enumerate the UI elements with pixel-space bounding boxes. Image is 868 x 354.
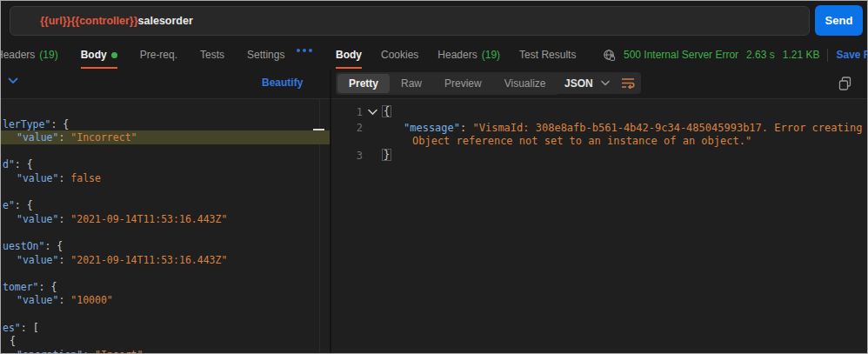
response-json-line-wrap: Object reference not set to an instance … (412, 135, 751, 148)
tab-count: (19) (39, 49, 57, 61)
response-tabs: BodyCookiesHeaders(19)Test Results (336, 41, 576, 69)
editor-line: "value": "Incorrect" (1, 130, 330, 144)
response-body-viewer[interactable]: 1 { 2 "message": "VismaId: 308e8afb-b561… (331, 99, 867, 354)
app-window: {{url}}{{controller}}salesorder Send Hea… (0, 0, 868, 354)
meta-divider (827, 49, 828, 62)
request-tab-headers[interactable]: Headers(19) (0, 41, 58, 69)
tab-label: Body (81, 49, 107, 61)
response-size[interactable]: 1.21 KB (783, 49, 820, 61)
chevron-down-icon[interactable] (8, 77, 18, 84)
editor-line: e": { (1, 198, 330, 212)
response-json-line: "message": "VismaId: 308e8afb-b561-4b42-… (404, 122, 868, 135)
line-number: 3 (338, 150, 363, 163)
chevron-down-icon (601, 80, 610, 86)
url-bar-row: {{url}}{{controller}}salesorder Send (1, 1, 867, 41)
request-tab-body[interactable]: Body (81, 41, 117, 69)
response-tab-test-results[interactable]: Test Results (519, 41, 576, 69)
format-dropdown-value: JSON (564, 77, 593, 90)
copy-response-button[interactable] (834, 74, 855, 93)
response-view-switch: PrettyRawPreviewVisualize (336, 72, 559, 95)
url-input[interactable]: {{url}}{{controller}}salesorder (10, 6, 810, 36)
editor-line: "value": "2021-09-14T11:53:16.443Z" (1, 212, 330, 226)
content-area: lerType": {"value": "Incorrect"d": {"val… (1, 98, 867, 354)
wrap-text-button[interactable] (615, 72, 641, 94)
response-time[interactable]: 2.63 s (746, 49, 775, 61)
editor-line: uestOn": { (1, 239, 330, 253)
tab-label: Body (336, 49, 362, 61)
url-variables: {{url}}{{controller}} (40, 15, 138, 27)
editor-line: d": { (1, 157, 330, 171)
tab-label: Headers (437, 49, 477, 61)
editor-line (1, 266, 330, 280)
status-badge[interactable]: 500 Internal Server Error (624, 49, 738, 61)
editor-line: es": [ (1, 321, 330, 335)
open-brace: { (382, 105, 391, 118)
tab-label: Tests (200, 49, 224, 61)
tab-label: Test Results (519, 49, 576, 61)
response-meta: 500 Internal Server Error 2.63 s 1.21 KB… (603, 41, 868, 69)
view-raw[interactable]: Raw (390, 74, 433, 93)
editor-line: "value": "2021-09-14T11:53:16.443Z" (1, 253, 330, 267)
save-response-button[interactable]: Save Response (836, 49, 868, 61)
response-tab-body[interactable]: Body (336, 41, 362, 69)
format-dropdown[interactable]: JSON (555, 72, 619, 94)
url-path: salesorder (138, 15, 193, 27)
send-button[interactable]: Send (815, 5, 863, 36)
response-tab-headers[interactable]: Headers(19) (437, 41, 500, 69)
editor-line (1, 185, 330, 199)
fold-chevron-icon[interactable] (368, 106, 377, 119)
editor-line (1, 104, 330, 117)
subheader-row: Beautify PrettyRawPreviewVisualize JSON (1, 69, 867, 98)
line-number: 2 (338, 122, 363, 135)
line-number: 1 (338, 106, 363, 119)
editor-line: { (1, 334, 330, 348)
editor-line: "value": false (1, 171, 330, 185)
tab-label: Cookies (381, 49, 418, 61)
view-pretty[interactable]: Pretty (337, 74, 390, 93)
view-preview[interactable]: Preview (433, 74, 493, 93)
editor-line: "value": "10000" (1, 293, 330, 307)
tab-label: Settings (247, 49, 284, 61)
network-globe-icon[interactable] (603, 49, 616, 62)
request-tabs: Headers(19)BodyPre-req.TestsSettings (0, 41, 284, 69)
request-tab-settings[interactable]: Settings (247, 41, 284, 69)
editor-line (1, 144, 330, 158)
tab-label: Pre-req. (140, 49, 177, 61)
body-present-dot (111, 52, 117, 58)
editor-line (1, 307, 330, 321)
tab-label: Headers (0, 49, 35, 61)
editor-line: tomer": { (1, 280, 330, 294)
copy-icon (838, 77, 851, 90)
request-tab-pre-req-[interactable]: Pre-req. (140, 41, 177, 69)
response-tab-cookies[interactable]: Cookies (381, 41, 418, 69)
wrap-text-icon (621, 77, 635, 89)
request-tab-tests[interactable]: Tests (200, 41, 224, 69)
tab-count: (19) (482, 49, 500, 61)
view-visualize[interactable]: Visualize (493, 74, 558, 93)
editor-line: "operation": "Insert" (1, 348, 330, 354)
request-body-editor[interactable]: lerType": {"value": "Incorrect"d": {"val… (1, 99, 330, 354)
editor-line (1, 225, 330, 239)
close-brace: } (382, 149, 391, 162)
editor-line: lerType": { (1, 117, 330, 131)
beautify-button[interactable]: Beautify (262, 77, 303, 89)
more-options-icon[interactable] (297, 49, 312, 52)
